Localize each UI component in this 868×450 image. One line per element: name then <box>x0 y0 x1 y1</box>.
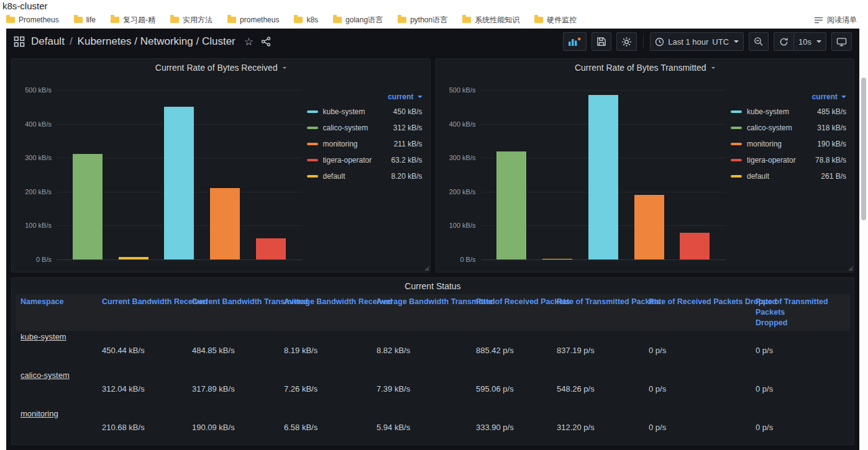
panel-title[interactable]: Current Status <box>12 278 854 294</box>
star-icon[interactable]: ☆ <box>244 35 254 48</box>
refresh-button-group: 10s <box>774 32 826 51</box>
cell-value: 450.44 kB/s <box>97 331 187 369</box>
legend-item[interactable]: tigera-operator78.8 kB/s <box>731 152 846 168</box>
browser-top-strip: k8s-cluster Prometheuslife复习题-精实用方法prome… <box>0 0 868 29</box>
legend-item[interactable]: tigera-operator63.2 kB/s <box>307 152 423 168</box>
namespace-cell: calico-system <box>16 369 97 408</box>
breadcrumb-dashboard-name[interactable]: Kubernetes / Networking / Cluster <box>78 35 235 48</box>
breadcrumb-folder[interactable]: Default <box>31 35 65 48</box>
column-header[interactable]: Rate of Received Packets Dropped <box>644 294 751 331</box>
bookmark-item[interactable]: golang语言 <box>333 15 383 25</box>
panel-resize-handle[interactable] <box>424 266 429 271</box>
share-icon[interactable] <box>261 37 271 47</box>
bar-slot <box>210 90 240 259</box>
bookmark-item[interactable]: 实用方法 <box>170 15 212 25</box>
bar-kube-system <box>164 107 194 259</box>
cell-value: 0 p/s <box>644 408 751 445</box>
bookmark-item[interactable]: python语言 <box>398 15 447 25</box>
bookmark-item[interactable]: 硬件监控 <box>534 15 577 25</box>
refresh-button[interactable] <box>774 32 793 51</box>
folder-icon <box>333 17 342 23</box>
dashboards-grid-icon <box>14 36 25 47</box>
legend: current kube-system450 kB/scalico-system… <box>302 90 425 259</box>
legend-item[interactable]: calico-system318 kB/s <box>731 120 846 136</box>
dashboard-settings-button[interactable] <box>616 32 637 51</box>
panel-bytes-transmitted: Current Rate of Bytes Transmitted 500 kB… <box>436 58 855 272</box>
column-header[interactable]: Rate of Transmitted Packets <box>552 294 644 331</box>
page-scrollbar <box>859 29 868 450</box>
namespace-link[interactable]: calico-system <box>21 371 70 380</box>
legend-item[interactable]: monitoring211 kB/s <box>307 136 423 152</box>
reading-list-label: 阅读清单 <box>827 15 857 25</box>
bookmark-item[interactable]: life <box>74 16 96 24</box>
time-range-picker[interactable]: Last 1 hour UTC <box>650 32 744 51</box>
table-row: calico-system312.04 kB/s317.89 kB/s7.26 … <box>16 369 850 408</box>
bar-slot <box>73 90 103 259</box>
bookmark-label: 系统性能知识 <box>475 15 519 25</box>
legend-item[interactable]: monitoring190 kB/s <box>731 136 846 152</box>
y-tick-label: 100 kB/s <box>25 222 52 229</box>
panel-title[interactable]: Current Rate of Bytes Received <box>12 59 430 76</box>
legend-item[interactable]: default8.20 kB/s <box>307 168 423 184</box>
panel-title[interactable]: Current Rate of Bytes Transmitted <box>436 59 854 76</box>
zoom-out-button[interactable] <box>749 32 769 51</box>
panel-resize-handle[interactable] <box>848 266 852 271</box>
legend-item[interactable]: calico-system312 kB/s <box>307 120 423 136</box>
save-icon <box>596 37 606 47</box>
column-header[interactable]: Current Bandwidth Transmitted <box>187 294 279 331</box>
column-header[interactable]: Average Bandwidth Received <box>279 294 372 331</box>
kiosk-mode-button[interactable] <box>831 32 852 51</box>
add-panel-icon <box>568 37 582 47</box>
bookmark-item[interactable]: Prometheus <box>6 16 59 24</box>
namespace-link[interactable]: monitoring <box>21 409 58 418</box>
namespace-link[interactable]: kube-system <box>21 332 66 341</box>
bookmark-label: 复习题-精 <box>123 15 155 25</box>
add-panel-button[interactable] <box>563 32 587 51</box>
legend-item[interactable]: kube-system450 kB/s <box>307 104 423 120</box>
bar-monitoring <box>210 188 240 259</box>
gridline <box>481 259 726 260</box>
grafana-dashboard: Default / Kubernetes / Networking / Clus… <box>6 29 859 450</box>
column-header[interactable]: Namespace <box>16 294 97 331</box>
legend-swatch <box>731 127 742 129</box>
legend-sort-header[interactable]: current <box>731 90 846 104</box>
column-header[interactable]: Rate of Transmitted PacketsDropped <box>751 294 850 331</box>
legend-sort-header[interactable]: current <box>307 90 423 104</box>
legend-series-name: calico-system <box>747 124 812 132</box>
bookmark-item[interactable]: prometheus <box>227 16 279 24</box>
y-tick-label: 0 B/s <box>460 256 475 263</box>
bar-default <box>542 259 572 259</box>
bookmark-item[interactable]: k8s <box>294 16 318 24</box>
y-tick-label: 300 kB/s <box>25 154 52 161</box>
dashboard-navbar: Default / Kubernetes / Networking / Clus… <box>6 29 859 55</box>
plot-area[interactable] <box>481 90 726 259</box>
folder-icon <box>111 17 119 23</box>
legend-series-value: 78.8 kB/s <box>815 156 846 164</box>
chevron-down-icon <box>283 67 286 69</box>
legend-series-value: 63.2 kB/s <box>391 156 422 164</box>
namespace-cell: monitoring <box>16 408 97 445</box>
column-header[interactable]: Current Bandwidth Received <box>97 294 187 331</box>
scrollbar-thumb[interactable] <box>861 78 866 220</box>
bar-slot <box>256 90 286 259</box>
reading-list-button[interactable]: 阅读清单 <box>814 15 862 25</box>
clock-icon <box>655 37 664 47</box>
legend-item[interactable]: default261 B/s <box>731 168 846 184</box>
bookmark-label: prometheus <box>240 16 279 24</box>
status-table-header-row: NamespaceCurrent Bandwidth ReceivedCurre… <box>16 294 850 331</box>
refresh-interval-label: 10s <box>798 37 811 47</box>
legend-series-name: kube-system <box>747 107 812 116</box>
column-header[interactable]: Average Bandwidth Transmitted <box>372 294 471 331</box>
bookmark-item[interactable]: 复习题-精 <box>111 15 155 25</box>
legend-item[interactable]: kube-system485 kB/s <box>731 104 846 120</box>
table-row: monitoring210.68 kB/s190.09 kB/s6.58 kB/… <box>16 408 850 445</box>
bookmark-item[interactable]: 系统性能知识 <box>462 15 519 25</box>
refresh-interval-dropdown[interactable]: 10s <box>793 32 826 51</box>
bar-slot <box>164 90 194 259</box>
save-dashboard-button[interactable] <box>592 32 611 51</box>
chevron-down-icon <box>418 96 423 98</box>
column-header[interactable]: Rate of Received Packets <box>471 294 552 331</box>
legend-swatch <box>731 159 742 161</box>
chevron-down-icon <box>841 96 846 98</box>
plot-area[interactable] <box>57 90 302 259</box>
